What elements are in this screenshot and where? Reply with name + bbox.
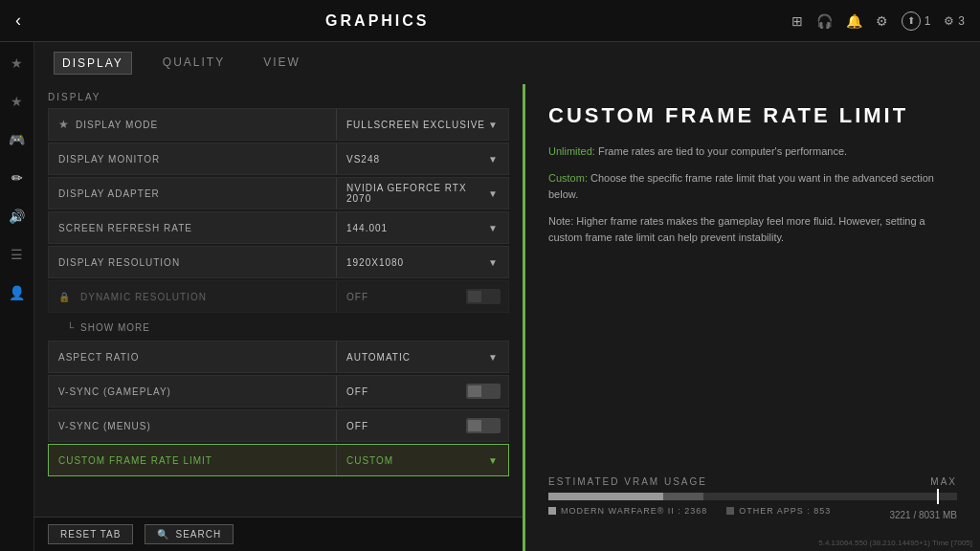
- gear-icon[interactable]: ⚙: [876, 13, 888, 29]
- player-count: 1: [924, 14, 931, 28]
- toggle-knob: [468, 386, 481, 397]
- setting-value-display-monitor: VS248 ▼: [336, 143, 508, 174]
- setting-name-vsync-menus: V-SYNC (MENUS): [49, 421, 336, 431]
- headset-icon[interactable]: 🎧: [816, 13, 833, 29]
- dropdown-arrow-icon: ▼: [488, 455, 499, 466]
- toggle-knob: [468, 420, 481, 431]
- vram-bar-mw: [548, 493, 663, 500]
- dropdown-arrow-icon: ▼: [488, 188, 499, 199]
- vram-section: ESTIMATED VRAM USAGE MAX MODERN WARFARE®…: [548, 476, 957, 520]
- vram-marker: [937, 489, 939, 504]
- sidebar-icon-audio[interactable]: 🔊: [6, 205, 29, 228]
- tab-quality[interactable]: QUALITY: [155, 52, 233, 75]
- dynamic-resolution-toggle[interactable]: [466, 289, 501, 304]
- legend-dot-mw: [548, 507, 556, 515]
- legend-other: OTHER APPS : 853: [726, 506, 831, 516]
- bottom-bar: RESET TAB 🔍 SEARCH: [34, 517, 523, 551]
- setting-value-dynamic-resolution: OFF: [336, 281, 508, 312]
- setting-row-display-adapter[interactable]: DISPLAY ADAPTER NVIDIA GEFORCE RTX 2070 …: [48, 177, 509, 209]
- desc-custom: Custom: Choose the specific frame rate l…: [548, 170, 957, 204]
- vram-max-label: MAX: [930, 476, 957, 487]
- vram-numbers: 3221 / 8031 MB: [889, 510, 957, 520]
- setting-name-display-mode: ★ DISPLAY MODE: [49, 118, 336, 131]
- setting-name-screen-refresh-rate: SCREEN REFRESH RATE: [49, 223, 336, 233]
- left-panel: DISPLAY ★ DISPLAY MODE FULLSCREEN EXCLUS…: [34, 84, 523, 551]
- setting-value-screen-refresh-rate: 144.001 ▼: [336, 212, 508, 243]
- tabs-bar: DISPLAY QUALITY VIEW: [34, 42, 980, 84]
- setting-row-display-monitor[interactable]: DISPLAY MONITOR VS248 ▼: [48, 143, 509, 175]
- back-button[interactable]: ‹: [15, 11, 21, 31]
- setting-row-screen-refresh-rate[interactable]: SCREEN REFRESH RATE 144.001 ▼: [48, 211, 509, 244]
- vram-bar-other: [663, 493, 704, 500]
- dropdown-arrow-icon: ▼: [488, 257, 499, 268]
- header-icons: ⊞ 🎧 🔔 ⚙ ⬆ 1 ⚙ 3: [791, 11, 965, 31]
- setting-name-aspect-ratio: ASPECT RATIO: [49, 352, 336, 363]
- sidebar-icon-user[interactable]: 👤: [6, 281, 29, 304]
- desc-unlimited: Unlimited: Frame rates are tied to your …: [548, 143, 957, 161]
- sidebar-icon-1[interactable]: ★: [6, 52, 29, 75]
- sidebar-icon-2[interactable]: ★: [6, 90, 29, 113]
- vsync-menus-toggle[interactable]: [466, 418, 501, 433]
- setting-row-display-resolution[interactable]: DISPLAY RESOLUTION 1920X1080 ▼: [48, 246, 509, 278]
- legend-dot-other: [726, 507, 734, 515]
- toggle-knob: [468, 291, 481, 302]
- search-label: SEARCH: [175, 529, 221, 540]
- unlimited-text: Frame rates are tied to your computer's …: [598, 145, 847, 157]
- legend-mw-label: MODERN WARFARE® II : 2368: [561, 506, 707, 516]
- reset-tab-button[interactable]: RESET TAB: [48, 524, 133, 544]
- player-badge[interactable]: ⬆ 1: [902, 11, 931, 31]
- sidebar-icon-gamepad[interactable]: 🎮: [6, 128, 29, 151]
- setting-value-display-mode: FULLSCREEN EXCLUSIVE ▼: [336, 109, 508, 140]
- setting-row-aspect-ratio[interactable]: ASPECT RATIO AUTOMATIC ▼: [48, 341, 509, 373]
- party-badge[interactable]: ⚙ 3: [944, 14, 965, 28]
- version-text: 5.4.13064.550 (38.210.14495+1) Time [700…: [818, 539, 972, 547]
- player-icon: ⬆: [902, 11, 921, 31]
- page-title: GRAPHICS: [40, 12, 715, 30]
- setting-row-vsync-menus[interactable]: V-SYNC (MENUS) OFF: [48, 409, 509, 442]
- vram-label: ESTIMATED VRAM USAGE: [548, 476, 707, 487]
- setting-value-vsync-gameplay: OFF: [336, 376, 508, 407]
- content-area: DISPLAY ★ DISPLAY MODE FULLSCREEN EXCLUS…: [34, 84, 980, 551]
- unlimited-label: Unlimited:: [548, 145, 595, 157]
- show-more-button[interactable]: └ SHOW MORE: [48, 315, 509, 341]
- dropdown-arrow-icon: ▼: [488, 352, 499, 363]
- sidebar-icon-edit[interactable]: ✏: [6, 166, 29, 189]
- setting-row-display-mode[interactable]: ★ DISPLAY MODE FULLSCREEN EXCLUSIVE ▼: [48, 108, 509, 141]
- tab-display[interactable]: DISPLAY: [54, 52, 132, 75]
- sidebar-icon-menu[interactable]: ☰: [6, 243, 29, 266]
- setting-name-display-adapter: DISPLAY ADAPTER: [49, 188, 336, 199]
- search-button[interactable]: 🔍 SEARCH: [145, 524, 234, 544]
- header: ‹ GRAPHICS ⊞ 🎧 🔔 ⚙ ⬆ 1 ⚙ 3: [0, 0, 980, 42]
- main-content: DISPLAY QUALITY VIEW DISPLAY ★ DISPLAY M…: [34, 42, 980, 551]
- indent-icon: └: [67, 322, 75, 333]
- setting-name-display-resolution: DISPLAY RESOLUTION: [49, 257, 336, 268]
- setting-value-vsync-menus: OFF: [336, 410, 508, 441]
- setting-row-custom-frame-rate[interactable]: CUSTOM FRAME RATE LIMIT CUSTOM ▼: [48, 444, 509, 476]
- lock-icon: 🔒: [58, 292, 71, 302]
- legend-other-label: OTHER APPS : 853: [739, 506, 831, 516]
- section-label: DISPLAY: [48, 84, 509, 108]
- show-more-label: SHOW MORE: [80, 322, 150, 333]
- custom-label: Custom:: [548, 172, 588, 184]
- setting-value-aspect-ratio: AUTOMATIC ▼: [336, 342, 508, 372]
- setting-value-display-resolution: 1920X1080 ▼: [336, 247, 508, 277]
- vram-bar: [548, 493, 957, 500]
- setting-value-display-adapter: NVIDIA GEFORCE RTX 2070 ▼: [336, 178, 508, 209]
- setting-value-custom-frame-rate: CUSTOM ▼: [336, 445, 508, 475]
- dropdown-arrow-icon: ▼: [488, 154, 499, 165]
- bell-icon[interactable]: 🔔: [846, 13, 862, 29]
- grid-icon[interactable]: ⊞: [791, 13, 803, 29]
- vsync-gameplay-toggle[interactable]: [466, 384, 501, 399]
- right-panel: CUSTOM FRAME RATE LIMIT Unlimited: Frame…: [525, 84, 980, 551]
- setting-row-vsync-gameplay[interactable]: V-SYNC (GAMEPLAY) OFF: [48, 375, 509, 408]
- party-icon: ⚙: [944, 14, 954, 28]
- dropdown-arrow-icon: ▼: [488, 120, 499, 130]
- tab-view[interactable]: VIEW: [256, 52, 308, 75]
- vram-legend: MODERN WARFARE® II : 2368 OTHER APPS : 8…: [548, 506, 831, 516]
- setting-name-vsync-gameplay: V-SYNC (GAMEPLAY): [49, 386, 336, 397]
- star-icon: ★: [58, 118, 70, 131]
- party-count: 3: [958, 14, 965, 28]
- setting-row-dynamic-resolution[interactable]: 🔒 DYNAMIC RESOLUTION OFF: [48, 280, 509, 313]
- sidebar: ★ ★ 🎮 ✏ 🔊 ☰ 👤: [0, 42, 34, 551]
- legend-mw: MODERN WARFARE® II : 2368: [548, 506, 707, 516]
